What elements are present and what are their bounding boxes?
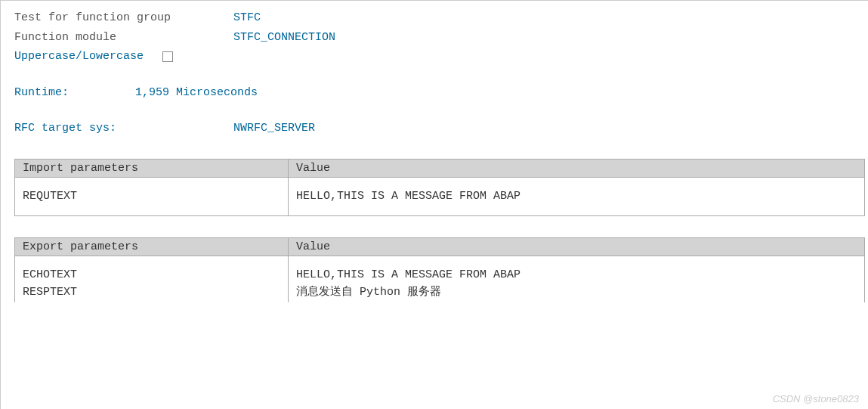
- runtime-row: Runtime: 1,959 Microseconds: [14, 85, 868, 102]
- rfc-target-value: NWRFC_SERVER: [233, 120, 315, 138]
- rfc-target-row: RFC target sys: NWRFC_SERVER: [14, 120, 868, 138]
- export-param-name: ECHOTEXT: [23, 267, 280, 284]
- function-group-row: Test for function group STFC: [14, 10, 868, 27]
- runtime-label: Runtime:: [14, 85, 135, 102]
- table-row: ECHOTEXT RESPTEXT HELLO,THIS IS A MESSAG…: [15, 256, 865, 303]
- function-group-label: Test for function group: [14, 10, 233, 27]
- function-module-value: STFC_CONNECTION: [233, 29, 335, 47]
- uppercase-label: Uppercase/Lowercase: [14, 48, 144, 66]
- import-parameters-table: Import parameters Value REQUTEXT HELLO,T…: [14, 159, 865, 217]
- function-module-row: Function module STFC_CONNECTION: [14, 29, 868, 47]
- export-header-value: Value: [289, 238, 865, 256]
- export-parameters-table: Export parameters Value ECHOTEXT RESPTEX…: [14, 237, 865, 302]
- export-param-value: HELLO,THIS IS A MESSAGE FROM ABAP: [296, 267, 857, 284]
- runtime-value: 1,959 Microseconds: [135, 85, 258, 102]
- import-header-param: Import parameters: [15, 159, 289, 177]
- export-header-param: Export parameters: [15, 238, 289, 256]
- export-param-name: RESPTEXT: [23, 284, 280, 302]
- uppercase-row: Uppercase/Lowercase: [14, 48, 868, 66]
- rfc-target-label: RFC target sys:: [14, 120, 233, 138]
- import-header-value: Value: [289, 159, 865, 177]
- export-cell-values: HELLO,THIS IS A MESSAGE FROM ABAP 消息发送自 …: [289, 256, 865, 303]
- export-param-value: 消息发送自 Python 服务器: [296, 284, 857, 302]
- watermark: CSDN @stone0823: [773, 393, 859, 404]
- uppercase-checkbox[interactable]: [162, 51, 173, 62]
- import-param-value: HELLO,THIS IS A MESSAGE FROM ABAP: [289, 177, 865, 216]
- table-row: REQUTEXT HELLO,THIS IS A MESSAGE FROM AB…: [15, 177, 865, 216]
- function-module-label: Function module: [14, 29, 233, 47]
- import-param-name: REQUTEXT: [15, 177, 289, 216]
- export-cell-params: ECHOTEXT RESPTEXT: [15, 256, 289, 303]
- function-group-value: STFC: [233, 10, 261, 27]
